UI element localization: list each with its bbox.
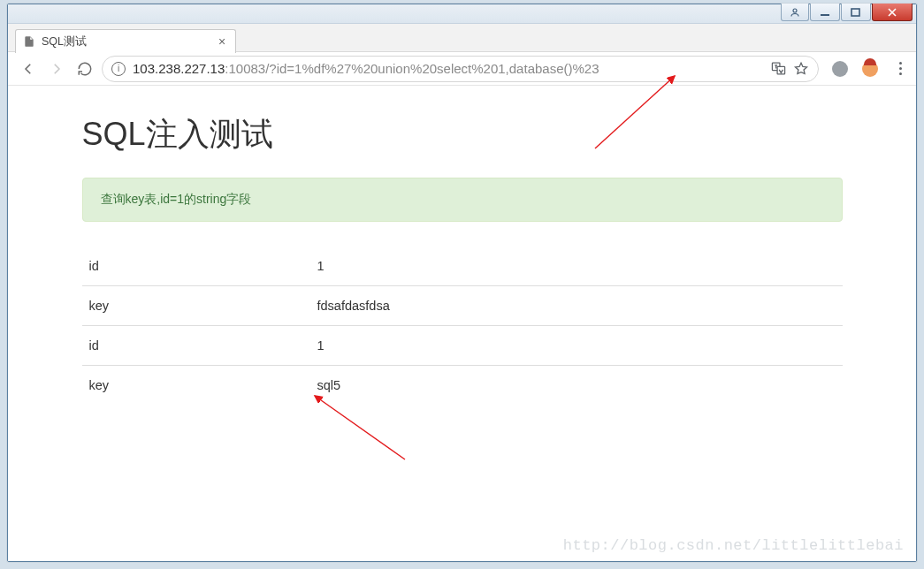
forward-button[interactable] bbox=[45, 57, 68, 80]
translate-icon[interactable] bbox=[770, 61, 786, 77]
table-row: key fdsafdasfdsa bbox=[82, 286, 843, 326]
url-path: :10083/?id=1%df%27%20union%20select%201,… bbox=[225, 61, 599, 76]
watermark: http://blog.csdn.net/littlelittlebai bbox=[563, 537, 904, 554]
row-value: 1 bbox=[310, 247, 843, 286]
row-value: sql5 bbox=[310, 366, 843, 406]
page-title: SQL注入测试 bbox=[82, 113, 843, 156]
browser-menu-button[interactable] bbox=[891, 60, 909, 78]
alert-success: 查询key表,id=1的string字段 bbox=[82, 178, 843, 222]
tab-strip: SQL测试 × bbox=[8, 24, 916, 52]
svg-rect-2 bbox=[851, 9, 859, 16]
row-value: fdsafdasfdsa bbox=[310, 286, 843, 326]
table-row: id 1 bbox=[82, 326, 843, 366]
browser-window: SQL测试 × i 103.238.227.13:10083/?id=1%df%… bbox=[7, 4, 917, 562]
close-button[interactable] bbox=[872, 4, 913, 21]
result-table: id 1 key fdsafdasfdsa id 1 key sql5 bbox=[82, 247, 843, 405]
url-host: 103.238.227.13 bbox=[133, 61, 225, 76]
reload-button[interactable] bbox=[73, 57, 96, 80]
user-button[interactable] bbox=[781, 4, 809, 21]
page-content: SQL注入测试 查询key表,id=1的string字段 id 1 key fd… bbox=[82, 113, 843, 405]
address-bar[interactable]: i 103.238.227.13:10083/?id=1%df%27%20uni… bbox=[102, 56, 819, 82]
table-row: key sql5 bbox=[82, 366, 843, 406]
tab-title: SQL测试 bbox=[42, 34, 216, 49]
site-info-icon[interactable]: i bbox=[111, 62, 126, 76]
browser-toolbar: i 103.238.227.13:10083/?id=1%df%27%20uni… bbox=[8, 52, 916, 86]
maximize-button[interactable] bbox=[841, 4, 871, 21]
bookmark-star-icon[interactable] bbox=[793, 61, 809, 77]
row-label: id bbox=[82, 326, 310, 366]
window-controls bbox=[780, 4, 913, 23]
row-value: 1 bbox=[310, 326, 843, 366]
table-row: id 1 bbox=[82, 247, 843, 286]
back-button[interactable] bbox=[17, 57, 40, 80]
svg-rect-1 bbox=[821, 14, 829, 16]
tab-close-icon[interactable]: × bbox=[216, 35, 228, 48]
file-icon bbox=[23, 35, 35, 48]
os-titlebar bbox=[8, 4, 916, 24]
extension-icon-1[interactable] bbox=[831, 60, 849, 78]
row-label: key bbox=[82, 366, 310, 406]
row-label: id bbox=[82, 247, 310, 286]
url-text: 103.238.227.13:10083/?id=1%df%27%20union… bbox=[133, 61, 763, 76]
browser-tab[interactable]: SQL测试 × bbox=[15, 29, 236, 53]
row-label: key bbox=[82, 286, 310, 326]
minimize-button[interactable] bbox=[810, 4, 840, 21]
page-viewport: SQL注入测试 查询key表,id=1的string字段 id 1 key fd… bbox=[8, 87, 916, 561]
extension-icon-2[interactable] bbox=[861, 60, 879, 78]
svg-point-0 bbox=[793, 9, 797, 12]
